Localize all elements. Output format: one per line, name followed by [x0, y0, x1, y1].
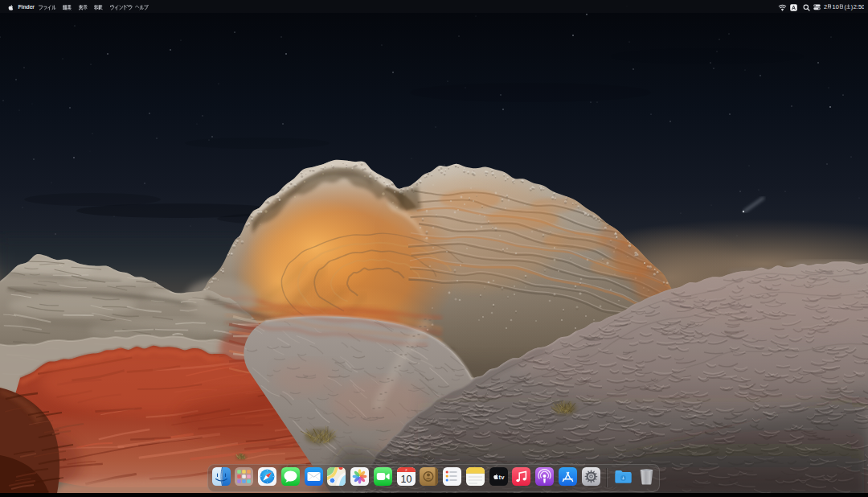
svg-text:tv: tv	[498, 474, 505, 481]
svg-text:10: 10	[832, 3, 838, 10]
svg-text:(: (	[844, 3, 846, 10]
svg-text:10: 10	[400, 474, 411, 485]
svg-text:2: 2	[824, 3, 827, 10]
svg-text:2:50: 2:50	[853, 3, 863, 10]
